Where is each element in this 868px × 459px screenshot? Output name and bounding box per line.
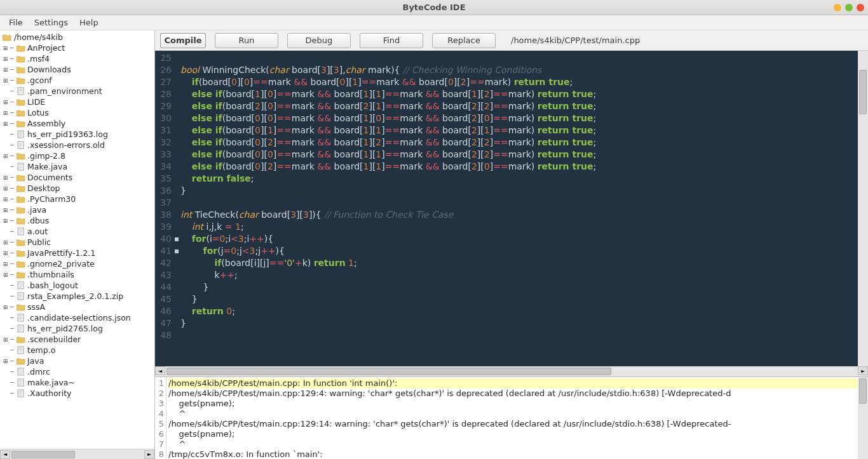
code-line[interactable]: else if(board[0][2]==mark && board[1][1]…	[180, 161, 858, 173]
debug-button[interactable]: Debug	[287, 33, 351, 48]
maximize-button[interactable]	[845, 4, 853, 11]
console-line[interactable]: gets(pname);	[168, 429, 858, 439]
tree-item[interactable]: make.java~	[0, 377, 154, 388]
replace-button[interactable]: Replace	[432, 33, 496, 48]
editor-vscroll-thumb[interactable]	[859, 70, 867, 114]
code-line[interactable]	[180, 329, 858, 342]
expander-icon[interactable]: ⊞	[3, 218, 8, 223]
tree-item[interactable]: rsta_Examples_2.0.1.zip	[0, 291, 154, 302]
code-line[interactable]: else if(board[0][0]==mark && board[1][0]…	[180, 112, 858, 124]
tree-item[interactable]: .candidate-selections.json	[0, 312, 154, 323]
tree-item[interactable]: .Xauthority	[0, 388, 154, 399]
run-button[interactable]: Run	[215, 33, 278, 48]
expander-icon[interactable]: ⊞	[3, 196, 8, 202]
code-line[interactable]	[180, 197, 858, 209]
scroll-thumb[interactable]	[11, 451, 75, 458]
scroll-track[interactable]	[10, 450, 144, 459]
find-button[interactable]: Find	[360, 33, 423, 48]
scroll-track[interactable]	[165, 366, 858, 376]
tree-item[interactable]: temp.o	[0, 345, 154, 356]
scroll-thumb[interactable]	[166, 368, 611, 375]
code-line[interactable]: else if(board[0][1]==mark && board[1][1]…	[180, 124, 858, 136]
menu-help[interactable]: Help	[74, 16, 104, 29]
expander-icon[interactable]: ⊞	[3, 45, 8, 51]
code-line[interactable]: k++;	[180, 269, 858, 281]
expander-icon[interactable]: ⊞	[3, 250, 8, 256]
compile-button[interactable]: Compile	[160, 33, 206, 48]
tree-item[interactable]: ⊞Public	[0, 237, 154, 248]
expander-icon[interactable]: ⊞	[3, 336, 8, 342]
code-line[interactable]: }	[180, 185, 858, 197]
tree-item[interactable]: ⊞.gimp-2.8	[0, 150, 154, 161]
editor-code[interactable]: bool WinningCheck(char board[3][3],char …	[179, 51, 858, 366]
console-vscrollbar[interactable]	[858, 377, 868, 459]
file-tree[interactable]: /home/s4kib⊞AnProject⊞.msf4⊞Downloads⊞.g…	[0, 30, 154, 449]
code-line[interactable]: if(board[0][0]==mark && board[0][1]==mar…	[180, 76, 858, 88]
editor-hscrollbar[interactable]: ◄ ►	[155, 366, 868, 376]
minimize-button[interactable]	[834, 4, 841, 11]
code-line[interactable]: int i,j,k = 1;	[180, 221, 858, 233]
expander-icon[interactable]: ⊞	[3, 272, 8, 277]
expander-icon[interactable]: ⊞	[3, 175, 8, 180]
sidebar-hscrollbar[interactable]: ◄ ►	[0, 449, 154, 459]
tree-item[interactable]: Make.java	[0, 161, 154, 172]
fold-column[interactable]	[174, 51, 179, 366]
tree-item[interactable]: ⊞.dbus	[0, 215, 154, 226]
tree-item[interactable]: ⊞Desktop	[0, 183, 154, 194]
console-line[interactable]: ^	[168, 439, 858, 449]
expander-icon[interactable]: ⊞	[3, 121, 8, 126]
code-line[interactable]: }	[180, 281, 858, 293]
tree-item[interactable]: ⊞Lotus	[0, 107, 154, 118]
code-line[interactable]: }	[180, 293, 858, 305]
menu-settings[interactable]: Settings	[29, 16, 73, 29]
editor-vscrollbar[interactable]	[858, 51, 868, 366]
code-editor[interactable]: 2526272829303132333435363738394041424344…	[155, 51, 868, 366]
tree-item[interactable]: a.out	[0, 226, 154, 237]
expander-icon[interactable]: ⊞	[3, 99, 8, 105]
tree-item[interactable]: ⊞.gconf	[0, 75, 154, 86]
code-line[interactable]	[180, 52, 858, 64]
code-line[interactable]: for(i=0;i<3;i++){	[180, 233, 858, 245]
tree-item[interactable]: ⊞Assembly	[0, 118, 154, 129]
expander-icon[interactable]: ⊞	[3, 207, 8, 213]
code-line[interactable]: else if(board[2][0]==mark && board[2][1]…	[180, 100, 858, 112]
console-line[interactable]: /home/s4kib/CPP/test/main.cpp:129:4: war…	[168, 389, 858, 399]
scroll-right-button[interactable]: ►	[144, 450, 154, 459]
tree-item[interactable]: ⊞.PyCharm30	[0, 194, 154, 204]
expander-icon[interactable]: ⊞	[3, 304, 8, 310]
expander-icon[interactable]: ⊞	[3, 67, 8, 72]
console-line[interactable]: /home/s4kib/CPP/test/main.cpp:129:14: wa…	[168, 419, 858, 429]
tree-item[interactable]: ⊞.msf4	[0, 53, 154, 64]
tree-item[interactable]: ⊞Java	[0, 356, 154, 366]
code-line[interactable]: else if(board[0][2]==mark && board[1][2]…	[180, 136, 858, 149]
tree-item[interactable]: ⊞.java	[0, 204, 154, 215]
expander-icon[interactable]: ⊞	[3, 261, 8, 267]
scroll-left-button[interactable]: ◄	[0, 450, 10, 459]
tree-item[interactable]: .bash_logout	[0, 280, 154, 291]
code-line[interactable]: }	[180, 317, 858, 329]
code-line[interactable]: return 0;	[180, 305, 858, 317]
expander-icon[interactable]: ⊞	[3, 77, 8, 83]
tree-item[interactable]: .xsession-errors.old	[0, 140, 154, 150]
tree-item[interactable]: ⊞.thumbnails	[0, 269, 154, 280]
expander-icon[interactable]: ⊞	[3, 110, 8, 116]
tree-item[interactable]: hs_err_pid19363.log	[0, 129, 154, 140]
expander-icon[interactable]: ⊞	[3, 239, 8, 245]
fold-marker-icon[interactable]	[175, 249, 179, 253]
expander-icon[interactable]: ⊞	[3, 358, 8, 364]
menu-file[interactable]: File	[4, 16, 28, 29]
scroll-right-button[interactable]: ►	[858, 366, 868, 375]
tree-root[interactable]: /home/s4kib	[0, 32, 154, 43]
scroll-left-button[interactable]: ◄	[155, 366, 165, 375]
tree-item[interactable]: .dmrc	[0, 366, 154, 377]
close-button[interactable]	[857, 4, 864, 11]
expander-icon[interactable]: ⊞	[3, 185, 8, 191]
code-line[interactable]: else if(board[0][0]==mark && board[1][1]…	[180, 149, 858, 161]
console-line[interactable]: /home/s4kib/CPP/test/main.cpp: In functi…	[168, 378, 858, 389]
code-line[interactable]: for(j=0;j<3;j++){	[180, 245, 858, 257]
tree-item[interactable]: ⊞AnProject	[0, 43, 154, 53]
tree-item[interactable]: ⊞Downloads	[0, 64, 154, 75]
expander-icon[interactable]: ⊞	[3, 153, 8, 159]
tree-item[interactable]: hs_err_pid2765.log	[0, 323, 154, 334]
code-line[interactable]: else if(board[1][0]==mark && board[1][1]…	[180, 88, 858, 100]
